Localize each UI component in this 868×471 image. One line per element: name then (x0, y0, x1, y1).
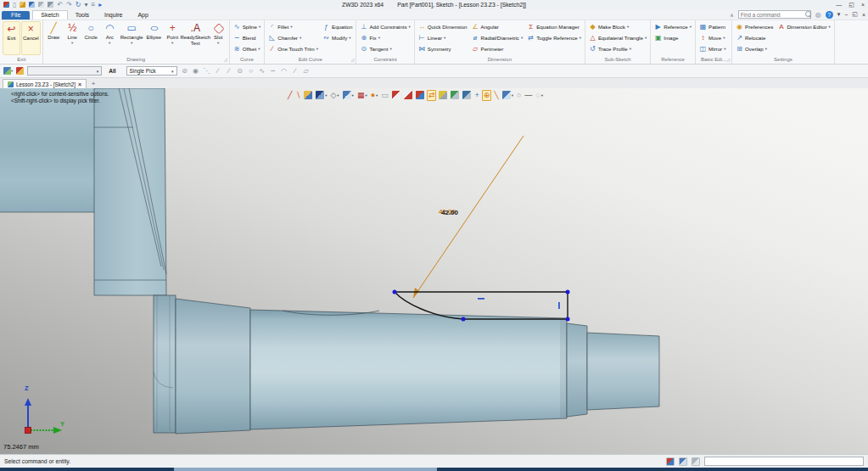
filter-point-icon[interactable]: ◉ (192, 67, 200, 75)
pattern-button[interactable]: ▦Pattern (697, 21, 727, 32)
vertical-constraint-icon[interactable] (558, 302, 560, 309)
qat-more-icon[interactable]: ≡ (92, 2, 96, 8)
add-entity-icon-button[interactable]: + (473, 91, 479, 100)
equation-manager-button[interactable]: ΣEquation Manager (525, 21, 583, 32)
chamfer-button[interactable]: ◺Chamfer▾ (266, 32, 320, 43)
plane-display-icon-button[interactable]: ▭ (380, 91, 389, 100)
symmetry-button[interactable]: ⋈Symmetry (417, 43, 469, 54)
window-restore-icon[interactable]: ◱ (848, 2, 854, 8)
plot-icon[interactable] (48, 2, 53, 8)
wireframe-view-icon-button[interactable]: ◇▾ (329, 91, 339, 100)
open-file-icon[interactable] (20, 2, 25, 8)
menu-tab-tools[interactable]: Tools (68, 11, 97, 20)
stats-display-icon[interactable] (666, 457, 675, 466)
filter-center-icon[interactable]: ⊙ (236, 67, 244, 75)
swap-view-icon-button[interactable]: ⇄ (427, 90, 437, 101)
perimeter-button[interactable]: ▱Perimeter (470, 43, 525, 54)
shaded-view-icon-button[interactable]: ▾ (315, 91, 328, 99)
radial-diametric-button[interactable]: øRadial/Diametric▾ (470, 32, 525, 43)
find-command-box[interactable] (738, 10, 811, 19)
add-constraints-button[interactable]: ⊥Add Constraints▾ (358, 21, 412, 32)
horizontal-constraint-icon[interactable] (478, 298, 484, 300)
model-shaft-face[interactable] (250, 310, 567, 429)
sketch-pencil-icon-button[interactable]: ╱ (287, 91, 293, 100)
fix-button[interactable]: ⊕Fix▾ (358, 32, 412, 43)
equilateral-triangle-button[interactable]: △Equilateral Triangle▾ (587, 32, 648, 43)
one-touch-trim-button[interactable]: ∕One Touch Trim▾ (266, 43, 320, 54)
print-icon[interactable] (38, 2, 44, 8)
layer-icon-button[interactable] (303, 91, 313, 99)
pick-last-icon[interactable] (3, 67, 11, 75)
color-filter-icon[interactable] (16, 67, 24, 75)
readysketch-text-button[interactable]: .AReadySketch Text (182, 21, 209, 55)
offset-button[interactable]: ≋Offset▾ (232, 43, 262, 54)
export-icon-button[interactable] (450, 91, 460, 99)
sketch-point[interactable] (566, 290, 570, 294)
tab-close-icon[interactable]: × (78, 81, 81, 87)
line-button[interactable]: ½Line▾ (64, 21, 81, 55)
sketch-point[interactable] (566, 317, 570, 322)
filter-spline-icon[interactable]: ∿ (258, 67, 266, 75)
section-h-icon-button[interactable] (391, 91, 401, 99)
relocate-button[interactable]: ↗Relocate (734, 32, 775, 43)
dialog-launcher-icon[interactable]: ◿ (224, 57, 227, 62)
cancel-button[interactable]: ×Cancel (21, 21, 41, 55)
analysis-icon-button[interactable] (415, 91, 425, 99)
monitor-display-icon[interactable] (679, 457, 687, 466)
import-icon-button[interactable] (462, 91, 472, 99)
model-crank-web-face[interactable] (94, 88, 166, 295)
doc-close-icon[interactable]: × (862, 12, 865, 18)
dimension-label[interactable]: 42.00 42.00 (439, 208, 468, 218)
tangent-button[interactable]: ⊙Tangent▾ (358, 43, 412, 54)
grid-display-icon-button[interactable]: ▦▾ (356, 91, 368, 100)
model-left-panel-face[interactable] (0, 88, 94, 212)
model-step-ring-face[interactable] (567, 323, 587, 417)
filter-edge-icon[interactable]: ∕ (291, 67, 300, 75)
regen-icon[interactable]: ↻ (76, 2, 81, 8)
menu-tab-app[interactable]: App (130, 11, 155, 20)
ghost-icon-button[interactable]: ○ (516, 91, 522, 100)
zw3d-logo-icon[interactable] (3, 2, 9, 8)
quick-dimension-button[interactable]: ↔Quick Dimension (417, 21, 469, 32)
filter-circle-icon[interactable]: ○ (247, 67, 255, 75)
dimension-editor-button[interactable]: ADimension Editor▾ (776, 21, 832, 32)
angular-button[interactable]: ∠Angular (470, 21, 525, 32)
trace-profile-button[interactable]: ↺Trace Profile▾ (587, 43, 648, 54)
point-button[interactable]: +Point▾ (164, 21, 182, 55)
reference-button[interactable]: ▶Reference▾ (652, 21, 693, 32)
spline-button[interactable]: ∿Spline▾ (232, 21, 262, 32)
window-close-icon[interactable]: × (861, 2, 865, 8)
arc-button[interactable]: ◠Arc▾ (101, 21, 119, 55)
exit-button[interactable]: ↩Exit (3, 21, 20, 55)
style-brush-icon-button[interactable]: ∖ (294, 91, 301, 100)
circle-button[interactable]: ○Circle (82, 21, 100, 55)
status-input[interactable] (704, 457, 864, 466)
toggle-reference-button[interactable]: ⇄Toggle Reference▾ (525, 32, 583, 43)
preferences-button[interactable]: ◉Preferences (734, 21, 775, 32)
filter-face-icon[interactable]: ▱ (302, 67, 311, 75)
slot-button[interactable]: ▢Slot▾ (210, 21, 227, 55)
sketch-point[interactable] (393, 290, 397, 294)
filter-curve-icon[interactable]: ∼ (269, 67, 277, 75)
terrain-icon-button[interactable] (438, 91, 448, 99)
filter-line-icon[interactable]: ∕ (214, 67, 222, 75)
help-icon[interactable]: ? (826, 11, 833, 19)
half-display-icon-button[interactable]: ▾ (342, 91, 355, 99)
display-settings-icon-button[interactable]: ▾ (501, 91, 514, 99)
new-tab-button[interactable]: + (87, 80, 100, 87)
play-icon[interactable]: ▸ (98, 2, 102, 8)
make-block-button[interactable]: ◆Make Block▾ (587, 21, 648, 32)
viewport-canvas[interactable]: <right-click> for context-sensitive opti… (0, 88, 868, 454)
filter-endpoint-icon[interactable]: ⋱ (203, 67, 211, 75)
fillet-button[interactable]: ◜Fillet▾ (266, 21, 320, 32)
image-button[interactable]: ▣Image (652, 32, 693, 43)
modify-button[interactable]: ∾Modify▾ (321, 32, 354, 43)
model-end-shaft-face[interactable] (587, 333, 659, 410)
sketch-point[interactable] (462, 317, 466, 322)
license-globe-icon[interactable]: ◍ (815, 11, 821, 19)
rectangle-button[interactable]: ▭Rectangle▾ (120, 21, 144, 55)
find-command-input[interactable] (741, 12, 804, 18)
dialog-launcher-icon[interactable]: ◿ (351, 57, 355, 62)
model-collar-face[interactable] (176, 299, 250, 434)
doc-minimize-icon[interactable]: − (844, 12, 848, 18)
